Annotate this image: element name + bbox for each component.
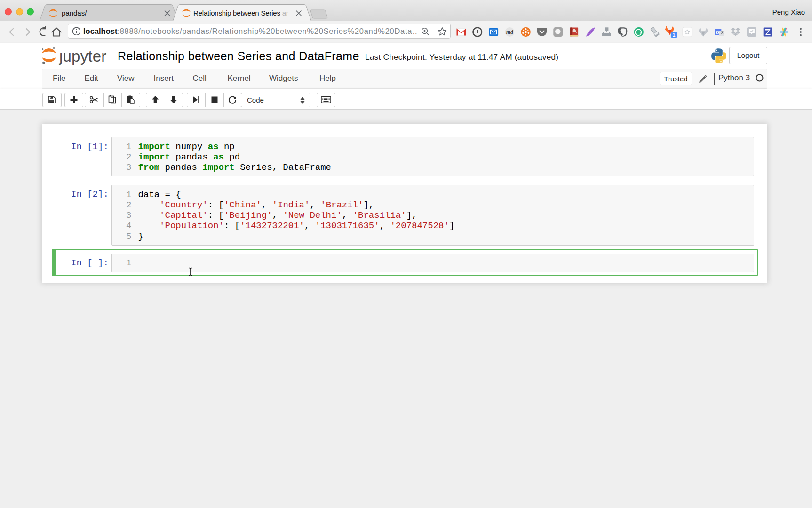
svg-text:ȷupyter: ȷupyter — [59, 48, 106, 65]
svg-text:md: md — [506, 29, 513, 35]
svg-text:1: 1 — [672, 32, 675, 38]
